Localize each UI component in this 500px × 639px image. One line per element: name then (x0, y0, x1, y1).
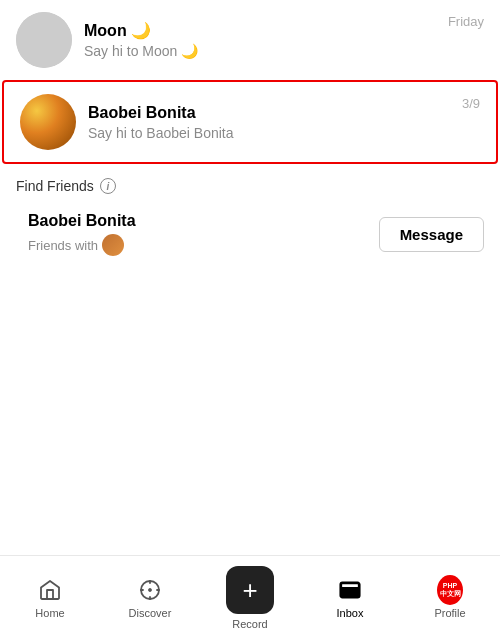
friend-name-baobei: Baobei Bonita (28, 212, 367, 230)
inbox-icon (337, 577, 363, 603)
avatar-baobei-highlighted (20, 94, 76, 150)
php-watermark: PHP中文网 (437, 575, 463, 605)
avatar-moon (16, 12, 72, 68)
friend-sub-baobei: Friends with (28, 234, 367, 256)
svg-rect-3 (341, 583, 358, 587)
find-friends-header: Find Friends i (0, 164, 500, 202)
chat-time-baobei-highlighted: 3/9 (462, 96, 480, 111)
chat-name-baobei-highlighted: Baobei Bonita (88, 104, 450, 122)
find-friends-label: Find Friends (16, 178, 94, 194)
message-button[interactable]: Message (379, 217, 484, 252)
profile-label: Profile (434, 607, 465, 619)
home-icon (37, 577, 63, 603)
inbox-label: Inbox (337, 607, 364, 619)
nav-item-profile[interactable]: PHP中文网 Profile (400, 577, 500, 619)
record-label: Record (232, 618, 267, 630)
content-area: Moon 🌙 Say hi to Moon 🌙 Friday Baobei Bo… (0, 0, 500, 555)
nav-item-home[interactable]: Home (0, 577, 100, 619)
nav-item-discover[interactable]: Discover (100, 577, 200, 619)
record-button[interactable] (226, 566, 274, 614)
bottom-nav: Home Discover Record Inbox PHP中文网 (0, 555, 500, 639)
profile-icon: PHP中文网 (437, 577, 463, 603)
discover-label: Discover (129, 607, 172, 619)
chat-info-baobei-highlighted: Baobei Bonita Say hi to Baobei Bonita (88, 104, 450, 141)
svg-point-1 (149, 589, 151, 591)
chat-name-moon: Moon 🌙 (84, 21, 436, 40)
info-icon[interactable]: i (100, 178, 116, 194)
home-label: Home (35, 607, 64, 619)
discover-icon (137, 577, 163, 603)
friend-row-baobei: Baobei Bonita Friends with Message (0, 202, 500, 266)
chat-sub-baobei-highlighted: Say hi to Baobei Bonita (88, 125, 450, 141)
chat-info-moon: Moon 🌙 Say hi to Moon 🌙 (84, 21, 436, 59)
friend-info-baobei: Baobei Bonita Friends with (28, 212, 367, 256)
nav-item-record[interactable]: Record (200, 566, 300, 630)
chat-sub-moon: Say hi to Moon 🌙 (84, 43, 436, 59)
friends-with-label: Friends with (28, 238, 98, 253)
chat-item-moon[interactable]: Moon 🌙 Say hi to Moon 🌙 Friday (0, 0, 500, 80)
friend-sub-avatar (102, 234, 124, 256)
chat-item-baobei-highlighted[interactable]: Baobei Bonita Say hi to Baobei Bonita 3/… (2, 80, 498, 164)
chat-time-moon: Friday (448, 14, 484, 29)
nav-item-inbox[interactable]: Inbox (300, 577, 400, 619)
